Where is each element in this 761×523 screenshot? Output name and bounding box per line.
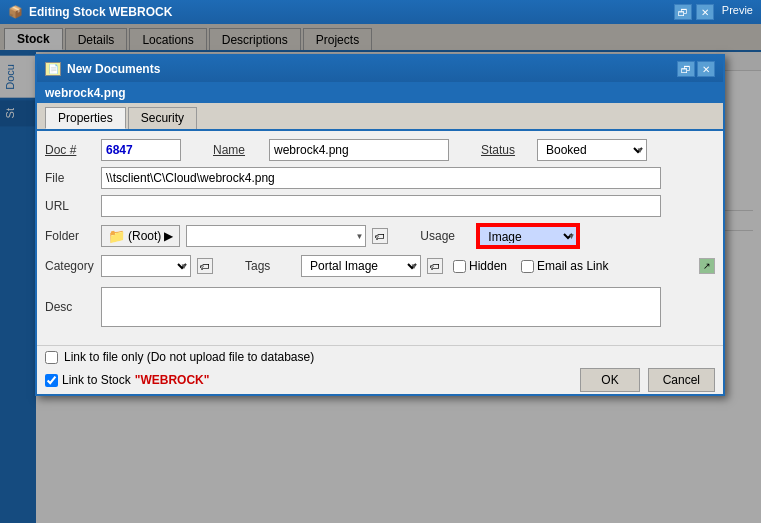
modal-tab-properties[interactable]: Properties [45, 107, 126, 129]
close-button[interactable]: ✕ [696, 4, 714, 20]
modal-tab-bar: Properties Security [37, 103, 723, 131]
hidden-label: Hidden [469, 259, 507, 273]
green-action-icon[interactable]: ↗ [699, 258, 715, 274]
desc-label-modal: Desc [45, 300, 95, 314]
url-input[interactable] [101, 195, 661, 217]
modal-overlay: 📄 New Documents 🗗 ✕ webrock4.png Propert… [0, 24, 761, 523]
link-to-file-checkbox[interactable] [45, 351, 58, 364]
main-window: 📦 Editing Stock WEBROCK 🗗 ✕ Previe Stock… [0, 0, 761, 523]
ok-button[interactable]: OK [580, 368, 639, 392]
modal-tab-security[interactable]: Security [128, 107, 197, 129]
desc-input-modal[interactable] [101, 287, 661, 327]
file-label: File [45, 171, 95, 185]
name-input[interactable] [269, 139, 449, 161]
modal-restore-button[interactable]: 🗗 [677, 61, 695, 77]
url-label: URL [45, 199, 95, 213]
modal-doc-icon: 📄 [45, 62, 61, 76]
category-tag-icon[interactable]: 🏷 [197, 258, 213, 274]
folder-row: Folder 📁 (Root) ▶ 🏷 [45, 223, 715, 249]
folder-tag-icon[interactable]: 🏷 [372, 228, 388, 244]
category-select[interactable] [101, 255, 191, 277]
name-label: Name [213, 143, 263, 157]
cancel-button[interactable]: Cancel [648, 368, 715, 392]
folder-arrow: ▶ [164, 229, 173, 243]
modal-file-bar: webrock4.png [37, 82, 723, 103]
title-bar-text: Editing Stock WEBROCK [29, 5, 172, 19]
modal-footer: Link to file only (Do not upload file to… [37, 345, 723, 394]
doc-num-input[interactable] [101, 139, 181, 161]
email-as-link-checkbox[interactable] [521, 260, 534, 273]
link-to-stock-label: Link to Stock [62, 373, 131, 387]
title-bar: 📦 Editing Stock WEBROCK 🗗 ✕ Previe [0, 0, 761, 24]
link-stock-and-buttons-row: Link to Stock "WEBROCK" OK Cancel [45, 368, 715, 392]
folder-icon-btn[interactable]: 📁 (Root) ▶ [101, 225, 180, 247]
tags-label: Tags [245, 259, 295, 273]
status-label: Status [481, 143, 531, 157]
link-to-stock-checkbox[interactable] [45, 374, 58, 387]
url-row: URL [45, 195, 715, 217]
usage-select[interactable]: Image [478, 225, 578, 247]
folder-root: (Root) [128, 229, 161, 243]
hidden-checkbox[interactable] [453, 260, 466, 273]
new-documents-modal: 📄 New Documents 🗗 ✕ webrock4.png Propert… [35, 54, 725, 396]
category-row: Category 🏷 Tags Portal Image [45, 255, 715, 277]
link-to-stock-name: "WEBROCK" [135, 373, 210, 387]
doc-num-row: Doc # Name Status Booked [45, 139, 715, 161]
app-icon: 📦 [8, 5, 23, 19]
file-row: File [45, 167, 715, 189]
link-to-file-label: Link to file only (Do not upload file to… [64, 350, 314, 364]
tags-select[interactable]: Portal Image [301, 255, 421, 277]
folder-label: Folder [45, 229, 95, 243]
file-input[interactable] [101, 167, 661, 189]
modal-file-name: webrock4.png [45, 86, 126, 100]
category-label: Category [45, 259, 95, 273]
folder-select[interactable] [186, 225, 366, 247]
doc-num-label: Doc # [45, 143, 95, 157]
status-select[interactable]: Booked [537, 139, 647, 161]
folder-icon: 📁 [108, 228, 125, 244]
preview-label: Previe [722, 4, 753, 20]
modal-title-bar: 📄 New Documents 🗗 ✕ [37, 56, 723, 82]
modal-body: Doc # Name Status Booked [37, 131, 723, 345]
email-as-link-label: Email as Link [537, 259, 608, 273]
restore-button[interactable]: 🗗 [674, 4, 692, 20]
tags-tag-icon[interactable]: 🏷 [427, 258, 443, 274]
main-content: Stock Details Locations Descriptions Pro… [0, 24, 761, 523]
desc-row-modal: Desc [45, 283, 715, 331]
link-file-row: Link to file only (Do not upload file to… [45, 350, 715, 364]
modal-close-button[interactable]: ✕ [697, 61, 715, 77]
modal-title-text: New Documents [67, 62, 160, 76]
usage-label: Usage [420, 229, 470, 243]
